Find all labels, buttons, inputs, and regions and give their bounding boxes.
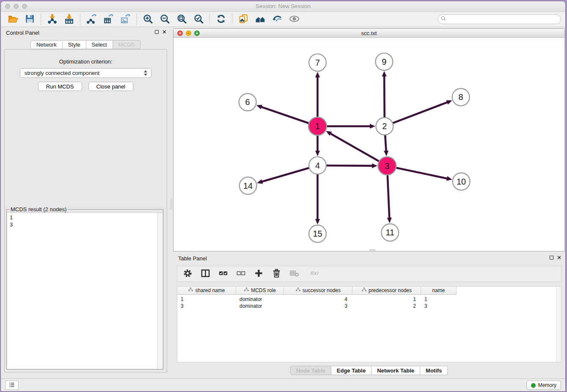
optimization-dropdown[interactable]: strongly connected component xyxy=(20,68,151,78)
zoom-out-button[interactable] xyxy=(156,13,173,26)
mcds-result-values: 1 3 xyxy=(7,213,162,229)
tab-select[interactable]: Select xyxy=(86,40,113,49)
tab-style[interactable]: Style xyxy=(63,40,86,49)
tab-mcds[interactable]: MCDS xyxy=(113,40,140,49)
edge-2-8[interactable] xyxy=(393,102,448,123)
edge-3-11[interactable] xyxy=(388,175,390,218)
tree-icon xyxy=(361,287,367,294)
edge-arrow-4-15 xyxy=(315,219,320,224)
column-label: successor nodes xyxy=(303,287,341,293)
cell-name[interactable]: 3 xyxy=(421,303,457,309)
network-window-titlebar[interactable]: × − + scc.txt xyxy=(173,29,564,38)
toolbar-separator xyxy=(209,14,210,25)
split-view-button[interactable] xyxy=(199,268,211,280)
toolbar-separator xyxy=(232,14,232,25)
edge-4-14[interactable] xyxy=(261,168,309,182)
cell-predecessor-nodes[interactable]: 2 xyxy=(352,303,421,309)
function-button: f(x) xyxy=(306,268,323,280)
add-column-icon xyxy=(254,268,264,279)
graph-svg[interactable]: 7968124314101511 xyxy=(173,38,564,251)
network-resize-handle[interactable] xyxy=(369,249,376,251)
search-input[interactable] xyxy=(446,15,561,24)
table-scrollbar[interactable] xyxy=(556,287,561,362)
zoom-out-icon xyxy=(160,14,170,25)
zoom-fit-icon xyxy=(176,14,187,25)
select-all-button[interactable] xyxy=(217,268,229,280)
tab-edge-table[interactable]: Edge Table xyxy=(331,366,372,375)
edge-arrow-1-7 xyxy=(315,72,320,77)
run-mcds-button[interactable]: Run MCDS xyxy=(38,82,82,91)
mcds-result-area[interactable]: 1 3 xyxy=(7,213,162,369)
column-header-predecessor-nodes[interactable]: predecessor nodes xyxy=(352,287,421,294)
eye-button[interactable] xyxy=(286,13,303,26)
float-panel-icon[interactable] xyxy=(155,30,159,34)
eye-icon xyxy=(289,14,300,25)
export-image-icon xyxy=(120,14,131,25)
svg-text:f(x): f(x) xyxy=(310,271,318,276)
table-float-panel-icon[interactable] xyxy=(550,256,553,259)
zoom-fit-button[interactable] xyxy=(173,13,190,26)
cell-predecessor-nodes[interactable]: 1 xyxy=(352,296,421,303)
edge-2-9[interactable] xyxy=(384,76,385,118)
column-header-successor-nodes[interactable]: successor nodes xyxy=(284,287,352,294)
table-row[interactable]: 3dominator323 xyxy=(177,303,457,309)
edge-arrow-3-10 xyxy=(446,176,452,181)
column-label: shared name xyxy=(195,287,225,293)
cell-name[interactable]: 1 xyxy=(421,296,457,303)
table-close-panel-icon[interactable]: ✕ xyxy=(557,255,561,260)
cell-shared-name[interactable]: 3 xyxy=(177,303,236,309)
import-network-button[interactable] xyxy=(44,13,61,26)
delete-column-icon xyxy=(272,268,281,279)
mcds-result-box: MCDS result (2 nodes) 1 3 xyxy=(6,209,163,370)
cell-MCDS-role[interactable]: dominator xyxy=(236,303,284,309)
tab-network-table[interactable]: Network Table xyxy=(372,366,420,375)
zoom-in-button[interactable] xyxy=(139,13,156,26)
toolbar-separator xyxy=(41,14,41,25)
tab-node-table[interactable]: Node Table xyxy=(290,366,331,375)
zoom-selected-button[interactable] xyxy=(190,13,207,26)
edge-1-6[interactable] xyxy=(261,107,309,123)
delete-column-button[interactable] xyxy=(270,268,282,280)
cell-successor-nodes[interactable]: 3 xyxy=(284,303,352,309)
export-network-button[interactable] xyxy=(83,13,100,26)
delete-table-icon xyxy=(289,268,299,279)
memory-button[interactable]: Memory xyxy=(526,381,561,390)
graphics-details-button[interactable] xyxy=(269,13,286,26)
tab-motifs[interactable]: Motifs xyxy=(420,366,448,375)
tab-network[interactable]: Network xyxy=(30,40,63,49)
deselect-all-icon xyxy=(236,268,246,279)
edge-3-1[interactable] xyxy=(330,133,379,161)
search-box[interactable] xyxy=(438,14,561,24)
home-button[interactable] xyxy=(252,13,269,26)
cell-successor-nodes[interactable]: 4 xyxy=(284,296,352,303)
save-session-button[interactable] xyxy=(21,13,38,26)
network-canvas[interactable]: 7968124314101511 xyxy=(173,38,564,251)
export-table-button[interactable] xyxy=(100,13,117,26)
cell-shared-name[interactable]: 1 xyxy=(177,296,236,303)
edge-2-3[interactable] xyxy=(385,135,386,152)
refresh-button[interactable] xyxy=(212,13,229,26)
dropdown-stepper-icon xyxy=(144,70,148,76)
duplicate-network-button[interactable] xyxy=(235,13,252,26)
task-history-button[interactable] xyxy=(5,381,19,390)
deselect-all-button[interactable] xyxy=(235,268,247,280)
close-panel-icon[interactable]: ✕ xyxy=(162,30,167,34)
column-header-shared-name[interactable]: shared name xyxy=(177,287,236,294)
import-table-button[interactable] xyxy=(61,13,77,26)
cell-MCDS-role[interactable]: dominator xyxy=(236,296,284,303)
close-panel-button[interactable]: Close panel xyxy=(88,82,134,91)
edge-4-3[interactable] xyxy=(326,166,373,166)
open-session-icon xyxy=(8,14,18,25)
column-header-name[interactable]: name xyxy=(421,287,457,294)
result-scrollbar[interactable] xyxy=(157,213,162,369)
splitter-grip[interactable] xyxy=(171,199,172,210)
export-image-button[interactable] xyxy=(117,13,134,26)
add-column-button[interactable] xyxy=(253,268,264,280)
gear-button[interactable] xyxy=(182,268,193,280)
column-header-MCDS-role[interactable]: MCDS role xyxy=(236,287,284,294)
tree-icon xyxy=(244,287,249,294)
table-row[interactable]: 1dominator411 xyxy=(177,296,457,303)
open-session-button[interactable] xyxy=(4,13,21,26)
toolbar-separator xyxy=(136,14,137,25)
edge-3-10[interactable] xyxy=(396,168,448,179)
